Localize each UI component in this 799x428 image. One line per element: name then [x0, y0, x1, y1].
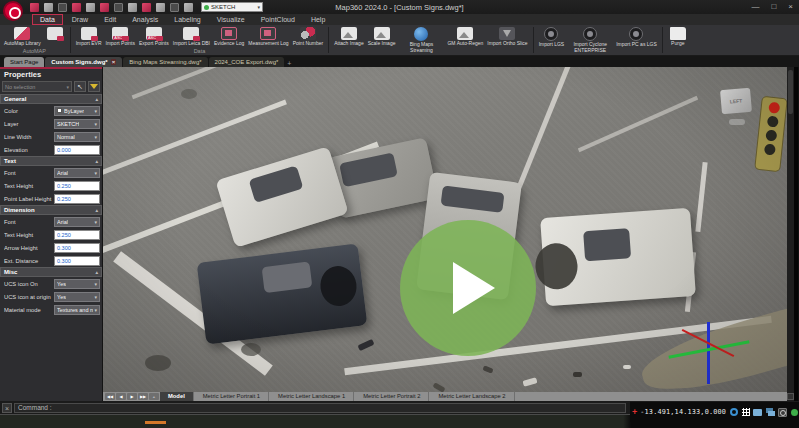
menu-help[interactable]: Help	[304, 15, 332, 24]
qat-icon-9[interactable]	[142, 3, 151, 12]
measurement-log-button[interactable]: Measurement Log	[246, 26, 290, 48]
menu-draw[interactable]: Draw	[65, 15, 95, 24]
qat-icon-6[interactable]	[100, 3, 109, 12]
point-label-height-input[interactable]: 0.250	[54, 194, 100, 204]
qat-icon-1[interactable]	[30, 3, 39, 12]
viewport-canvas[interactable]: LEFT	[103, 67, 787, 392]
qat-icon-8[interactable]	[128, 3, 137, 12]
import-cyclone-enterprise-button[interactable]: Import Cyclone ENTERPRISE	[566, 26, 614, 54]
status-ok-icon[interactable]	[790, 407, 799, 418]
qat-icon-2[interactable]	[44, 3, 53, 12]
grid-snap-icon[interactable]	[741, 407, 750, 418]
app-logo-icon[interactable]	[3, 1, 23, 21]
automap-library-button[interactable]: AutoMap Library	[2, 26, 43, 48]
layout-tab-landscape-1[interactable]: Metric Letter Landscape 1	[270, 392, 354, 401]
properties-header[interactable]: Properties	[0, 67, 102, 79]
purge-button[interactable]: Purge	[666, 26, 690, 48]
qat-icon-11[interactable]	[170, 3, 179, 12]
prop-row-font: Font Arial ▾	[0, 166, 102, 179]
vertical-scrollbar[interactable]	[787, 67, 794, 401]
layer-dropdown[interactable]: SKETCH ▾	[54, 119, 100, 129]
bing-maps-streaming-button[interactable]: Bing Maps Streaming	[397, 26, 445, 54]
command-input[interactable]: Command :	[14, 403, 626, 413]
magnifier-icon[interactable]	[778, 407, 787, 418]
measurement-log-icon	[260, 27, 276, 40]
qat-icon-4[interactable]	[72, 3, 81, 12]
layout-nav-prev-button[interactable]: ◀	[116, 393, 126, 400]
qat-icon-3[interactable]	[58, 3, 67, 12]
layers-icon[interactable]	[766, 407, 775, 418]
video-progress-bar[interactable]	[145, 421, 166, 424]
menu-labeling[interactable]: Labeling	[167, 15, 207, 24]
point-number-button[interactable]: Point Number	[291, 26, 326, 48]
layout-nav-last-button[interactable]: ▶▶	[138, 393, 148, 400]
minimize-button[interactable]: —	[751, 0, 759, 14]
text-font-dropdown[interactable]: Arial ▾	[54, 168, 100, 178]
automap-tools-button[interactable]	[43, 26, 67, 41]
qat-icon-5[interactable]	[86, 3, 95, 12]
section-text-header[interactable]: Text ▴	[0, 156, 102, 166]
layout-tab-portrait-1[interactable]: Metric Letter Portrait 1	[195, 392, 269, 401]
display-icon[interactable]	[753, 407, 762, 418]
automap-library-icon	[14, 27, 30, 40]
layout-tab-landscape-2[interactable]: Metric Letter Landscape 2	[430, 392, 514, 401]
video-play-button[interactable]	[400, 220, 536, 356]
line-width-dropdown[interactable]: Normal ▾	[54, 132, 100, 142]
filter-button[interactable]	[88, 81, 100, 92]
ext-distance-input[interactable]: 0.300	[54, 256, 100, 266]
elevation-input[interactable]: 0.000	[54, 145, 100, 155]
scrollbar-thumb[interactable]	[788, 70, 793, 114]
dim-font-dropdown[interactable]: Arial ▾	[54, 217, 100, 227]
import-lgs-button[interactable]: Import LGS	[537, 26, 567, 49]
import-pc-as-lgs-button[interactable]: Import PC as LGS	[614, 26, 659, 49]
menu-data[interactable]: Data	[32, 14, 63, 25]
import-evr-button[interactable]: Import EVR	[74, 26, 104, 48]
evidence-log-button[interactable]: Evidence Log	[212, 26, 246, 48]
command-close-button[interactable]: ×	[2, 403, 12, 413]
scale-image-button[interactable]: Scale Image	[366, 26, 398, 48]
attach-image-button[interactable]: Attach Image	[332, 26, 365, 48]
ucs-origin-dropdown[interactable]: Yes ▾	[54, 292, 100, 302]
import-points-button[interactable]: ASC Import Points	[104, 26, 137, 48]
selection-combo[interactable]: No selection ▾	[2, 81, 72, 92]
tab-bing-maps-streaming[interactable]: Bing Maps Streaming.dwg*	[123, 57, 207, 67]
menu-analysis[interactable]: Analysis	[125, 15, 165, 24]
gm-auto-regen-icon	[457, 27, 473, 40]
text-height-input[interactable]: 0.250	[54, 181, 100, 191]
tab-coe-export[interactable]: 2024_COE Export.dwg*	[209, 57, 285, 67]
qat-icon-7[interactable]	[114, 3, 123, 12]
new-tab-button[interactable]: +	[287, 60, 291, 67]
tab-start-page[interactable]: Start Page	[4, 57, 44, 67]
layer-combo[interactable]: SKETCH ▾	[201, 2, 263, 12]
layout-tab-model[interactable]: Model	[160, 392, 194, 401]
section-dimension-header[interactable]: Dimension ▴	[0, 205, 102, 215]
scrollbar-down-button[interactable]	[787, 393, 794, 400]
menu-edit[interactable]: Edit	[97, 15, 123, 24]
color-dropdown[interactable]: ByLayer ▾	[54, 106, 100, 116]
maximize-button[interactable]: □	[771, 0, 776, 14]
layout-nav-add-button[interactable]: +	[149, 393, 159, 400]
gm-auto-regen-button[interactable]: GM Auto-Regen	[445, 26, 485, 48]
dim-text-height-input[interactable]: 0.250	[54, 230, 100, 240]
section-general-header[interactable]: General ▴	[0, 94, 102, 104]
section-misc-header[interactable]: Misc ▴	[0, 267, 102, 277]
arrow-height-input[interactable]: 0.300	[54, 243, 100, 253]
tab-close-icon[interactable]: ×	[111, 59, 117, 65]
export-points-button[interactable]: ASC Export Points	[137, 26, 171, 48]
qat-icon-12[interactable]	[184, 3, 193, 12]
layout-tab-portrait-2[interactable]: Metric Letter Portrait 2	[355, 392, 429, 401]
properties-title: Properties	[4, 70, 41, 79]
ucs-on-dropdown[interactable]: Yes ▾	[54, 279, 100, 289]
quick-select-button[interactable]: ↖	[74, 81, 86, 92]
menu-visualize[interactable]: Visualize	[210, 15, 252, 24]
tab-custom-signs[interactable]: Custom Signs.dwg* ×	[45, 57, 122, 67]
import-leica-dbi-button[interactable]: Import Leica DBI	[171, 26, 212, 48]
import-ortho-slice-button[interactable]: Import Ortho Slice	[485, 26, 529, 48]
layout-nav-first-button[interactable]: ◀◀	[105, 393, 115, 400]
dynamic-input-icon[interactable]	[729, 407, 738, 418]
close-button[interactable]: ×	[788, 0, 793, 14]
layout-nav-next-button[interactable]: ▶	[127, 393, 137, 400]
material-mode-dropdown[interactable]: Textures and mate ▾	[54, 305, 100, 315]
menu-pointcloud[interactable]: PointCloud	[254, 15, 302, 24]
qat-icon-10[interactable]	[156, 3, 165, 12]
